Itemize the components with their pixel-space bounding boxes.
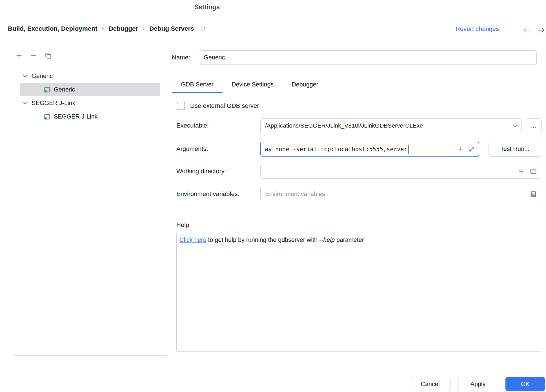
text-caret xyxy=(408,145,409,154)
insert-macro-plus-icon[interactable] xyxy=(457,146,464,153)
copy-server-button[interactable] xyxy=(45,52,52,59)
executable-browse-button[interactable]: ... xyxy=(526,118,541,133)
cancel-label: Cancel xyxy=(421,381,440,388)
ok-label: OK xyxy=(521,381,529,388)
arguments-label: Arguments: xyxy=(176,145,208,153)
apply-button[interactable]: Apply xyxy=(458,377,498,391)
help-section-header: Help xyxy=(176,221,541,229)
chevron-down-icon[interactable] xyxy=(508,119,521,133)
environment-variables-placeholder: Environment variables xyxy=(265,191,530,198)
tab-device-settings[interactable]: Device Settings xyxy=(223,76,283,93)
executable-value: /Applications/SEGGER/JLink_V810l/JLinkGD… xyxy=(261,122,508,129)
breadcrumb: Build, Execution, Deployment › Debugger … xyxy=(8,25,206,32)
tree-group-generic[interactable]: Generic xyxy=(13,69,167,83)
debug-server-icon xyxy=(43,86,50,93)
help-click-here-link[interactable]: Click here xyxy=(179,237,207,243)
edit-variables-list-icon[interactable] xyxy=(530,191,537,198)
settings-state-icon xyxy=(200,26,206,32)
tree-item-segger-jlink[interactable]: SEGGER J-Link xyxy=(13,110,167,123)
environment-variables-label: Environment variables: xyxy=(176,190,239,198)
breadcrumb-separator: › xyxy=(143,25,145,32)
dialog-title: Settings xyxy=(194,3,220,11)
help-flag-text: --help xyxy=(319,237,335,243)
ok-button[interactable]: OK xyxy=(505,377,545,391)
tab-debugger[interactable]: Debugger xyxy=(283,76,327,93)
footer-divider xyxy=(0,369,546,369)
chevron-down-icon[interactable] xyxy=(21,73,28,79)
name-value: Generic xyxy=(204,54,225,61)
test-run-label: Test Run... xyxy=(500,146,529,153)
working-directory-input[interactable] xyxy=(260,164,541,179)
help-text-end: parameter xyxy=(335,237,364,243)
tree-group-label: SEGGER J-Link xyxy=(32,100,75,107)
tree-item-label: Generic xyxy=(54,86,75,93)
ellipsis-label: ... xyxy=(531,122,536,129)
breadcrumb-separator: › xyxy=(102,25,104,32)
tab-label: Device Settings xyxy=(232,81,274,88)
executable-label: Executable: xyxy=(176,122,209,129)
arguments-input[interactable]: ay none -serial tcp:localhost:5555,serve… xyxy=(260,142,479,157)
tab-label: GDB Server xyxy=(181,81,214,88)
debug-server-icon xyxy=(43,113,50,120)
remove-server-button[interactable] xyxy=(30,52,37,59)
back-arrow-icon[interactable] xyxy=(522,26,531,34)
executable-combobox[interactable]: /Applications/SEGGER/JLink_V810l/JLinkGD… xyxy=(260,118,522,133)
breadcrumb-item-debug-servers: Debug Servers xyxy=(149,25,194,32)
chevron-down-icon[interactable] xyxy=(21,100,28,106)
name-input[interactable]: Generic xyxy=(199,50,537,65)
help-title: Help xyxy=(176,221,189,229)
help-text: to get help by running the gdbserver wit… xyxy=(207,237,319,243)
use-external-gdb-row: Use external GDB server xyxy=(177,101,259,110)
help-output-panel: Click here to get help by running the gd… xyxy=(176,233,541,352)
tree-group-label: Generic xyxy=(32,73,53,80)
apply-label: Apply xyxy=(470,381,486,388)
tab-bar: GDB Server Device Settings Debugger xyxy=(172,76,327,93)
environment-variables-input[interactable]: Environment variables xyxy=(260,187,541,201)
expand-editor-icon[interactable] xyxy=(468,146,475,153)
use-external-gdb-checkbox[interactable] xyxy=(177,102,185,110)
tab-gdb-server[interactable]: GDB Server xyxy=(172,76,223,93)
cancel-button[interactable]: Cancel xyxy=(410,377,450,391)
name-label: Name: xyxy=(172,54,190,61)
breadcrumb-item-build-execution-deployment[interactable]: Build, Execution, Deployment xyxy=(8,25,97,32)
server-tree: Generic Generic SEGGER J-Link SEGGER J-L… xyxy=(13,66,167,356)
use-external-gdb-label: Use external GDB server xyxy=(190,102,259,110)
add-server-button[interactable] xyxy=(15,52,23,59)
browse-folder-icon[interactable] xyxy=(530,168,537,175)
revert-changes-link[interactable]: Revert changes xyxy=(456,25,499,33)
tab-label: Debugger xyxy=(292,81,318,88)
forward-arrow-icon[interactable] xyxy=(537,26,545,34)
breadcrumb-item-debugger[interactable]: Debugger xyxy=(108,25,138,32)
working-directory-label: Working directory: xyxy=(176,168,226,175)
arguments-value: ay none -serial tcp:localhost:5555,serve… xyxy=(265,146,407,153)
tree-group-segger-jlink[interactable]: SEGGER J-Link xyxy=(13,96,167,110)
section-divider xyxy=(193,225,541,225)
insert-macro-plus-icon[interactable] xyxy=(518,168,525,175)
tree-item-label: SEGGER J-Link xyxy=(54,113,97,120)
test-run-button[interactable]: Test Run... xyxy=(489,142,541,157)
tree-item-generic[interactable]: Generic xyxy=(13,83,167,96)
